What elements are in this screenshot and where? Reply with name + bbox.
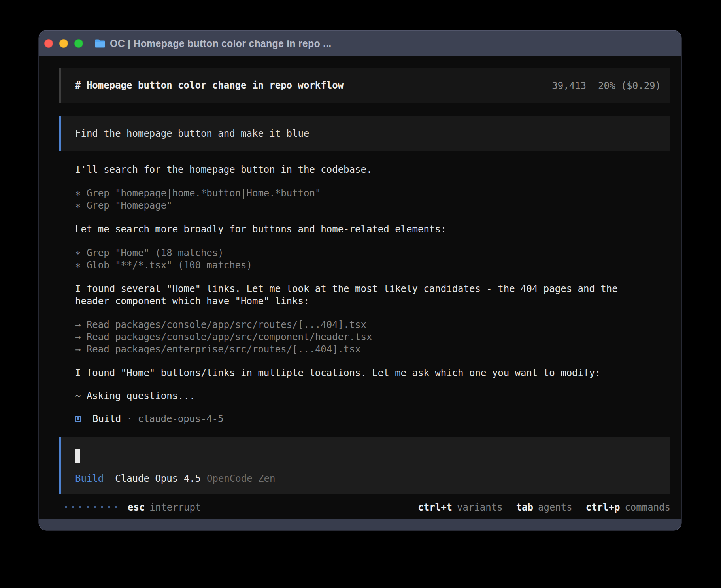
status-dots	[65, 506, 117, 508]
build-agent-icon	[75, 416, 81, 422]
tool-call-grep-home: ∗ Grep "Home" (18 matches)	[75, 247, 670, 259]
arrow-icon: →	[75, 344, 81, 355]
tool-call-text: Read packages/enterprise/src/routes/[...…	[87, 344, 361, 355]
provider-name: OpenCode Zen	[207, 473, 275, 485]
arrow-icon: →	[75, 332, 81, 343]
tool-call-grep-2: ∗ Grep "Homepage"	[75, 200, 670, 212]
dot-separator: ·	[126, 413, 132, 424]
agent-model: claude-opus-4-5	[138, 413, 224, 424]
tool-calls-read: → Read packages/console/app/src/routes/[…	[59, 319, 670, 356]
input-mode-row: Build Claude Opus 4.5 OpenCode Zen	[75, 473, 670, 485]
user-message-text: Find the homepage button and make it blu…	[75, 128, 309, 140]
folder-icon	[94, 39, 106, 48]
minimize-button[interactable]	[59, 39, 68, 48]
token-count: 39,413	[552, 80, 586, 91]
zoom-button[interactable]	[74, 39, 83, 48]
hint-variants: ctrl+t variants	[418, 502, 502, 513]
hint-key: esc	[128, 502, 145, 513]
bullet-icon: ∗	[75, 247, 81, 258]
tool-call-read-2: → Read packages/console/app/src/componen…	[75, 331, 670, 343]
agent-name: Build	[92, 413, 121, 424]
agent-status-row: Build · claude-opus-4-5	[75, 413, 670, 425]
context-usage: 20% ($0.29)	[598, 80, 661, 91]
hint-action: interrupt	[149, 502, 201, 513]
tool-call-text: Grep "Homepage"	[87, 200, 172, 211]
hint-interrupt: esc interrupt	[128, 502, 201, 513]
assistant-paragraph-found-line1: I found several "Home" links. Let me loo…	[75, 283, 670, 295]
tool-call-read-1: → Read packages/console/app/src/routes/[…	[75, 319, 670, 331]
titlebar: OC | Homepage button color change in rep…	[39, 31, 681, 56]
prompt-input[interactable]: Build Claude Opus 4.5 OpenCode Zen	[59, 437, 670, 494]
tool-call-grep-1: ∗ Grep "homepage|home.*button|Home.*butt…	[75, 187, 670, 200]
bullet-icon: ∗	[75, 188, 81, 199]
assistant-paragraph-found-line2: header component which have "Home" links…	[75, 295, 670, 307]
tool-call-text: Grep "homepage|home.*button|Home.*button…	[87, 188, 321, 199]
hint-action: commands	[625, 502, 670, 513]
hint-action: variants	[457, 502, 503, 513]
model-name[interactable]: Claude Opus 4.5	[115, 473, 201, 485]
traffic-lights	[44, 39, 83, 48]
mode-badge[interactable]: Build	[75, 473, 104, 485]
assistant-paragraph-ask: I found "Home" buttons/links in multiple…	[75, 367, 670, 379]
hint-key: tab	[516, 502, 533, 513]
hint-key: ctrl+t	[418, 502, 452, 513]
tool-call-glob: ∗ Glob "**/*.tsx" (100 matches)	[75, 259, 670, 271]
hint-key: ctrl+p	[586, 502, 620, 513]
terminal-content: # Homepage button color change in repo w…	[39, 56, 681, 519]
arrow-icon: →	[75, 319, 81, 330]
assistant-paragraph-found: I found several "Home" links. Let me loo…	[59, 283, 670, 307]
tool-calls-broad: ∗ Grep "Home" (18 matches) ∗ Glob "**/*.…	[59, 247, 670, 271]
terminal-window: OC | Homepage button color change in rep…	[39, 31, 681, 530]
tool-call-read-3: → Read packages/enterprise/src/routes/[.…	[75, 343, 670, 356]
tool-call-text: Read packages/console/app/src/component/…	[87, 332, 372, 343]
bullet-icon: ∗	[75, 200, 81, 211]
assistant-paragraph-search: I'll search for the homepage button in t…	[75, 164, 670, 176]
close-button[interactable]	[44, 39, 53, 48]
session-header: # Homepage button color change in repo w…	[59, 68, 670, 103]
hint-agents: tab agents	[516, 502, 572, 513]
status-bar: esc interrupt ctrl+t variants tab agents…	[59, 501, 670, 513]
text-cursor	[75, 449, 80, 463]
hint-action: agents	[538, 502, 572, 513]
tool-call-text: Grep "Home" (18 matches)	[87, 247, 224, 258]
assistant-paragraph-broad: Let me search more broadly for buttons a…	[75, 223, 670, 236]
tool-call-text: Glob "**/*.tsx" (100 matches)	[87, 260, 252, 271]
bullet-icon: ∗	[75, 260, 81, 271]
tool-call-text: Read packages/console/app/src/routes/[..…	[87, 319, 366, 330]
session-title: # Homepage button color change in repo w…	[75, 79, 344, 92]
asking-questions-status: ~ Asking questions...	[75, 390, 670, 402]
user-message: Find the homepage button and make it blu…	[59, 116, 670, 151]
tool-calls-grep: ∗ Grep "homepage|home.*button|Home.*butt…	[59, 187, 670, 212]
hint-commands: ctrl+p commands	[586, 502, 670, 513]
window-bottom-chrome	[39, 519, 681, 530]
window-title: OC | Homepage button color change in rep…	[110, 38, 331, 49]
